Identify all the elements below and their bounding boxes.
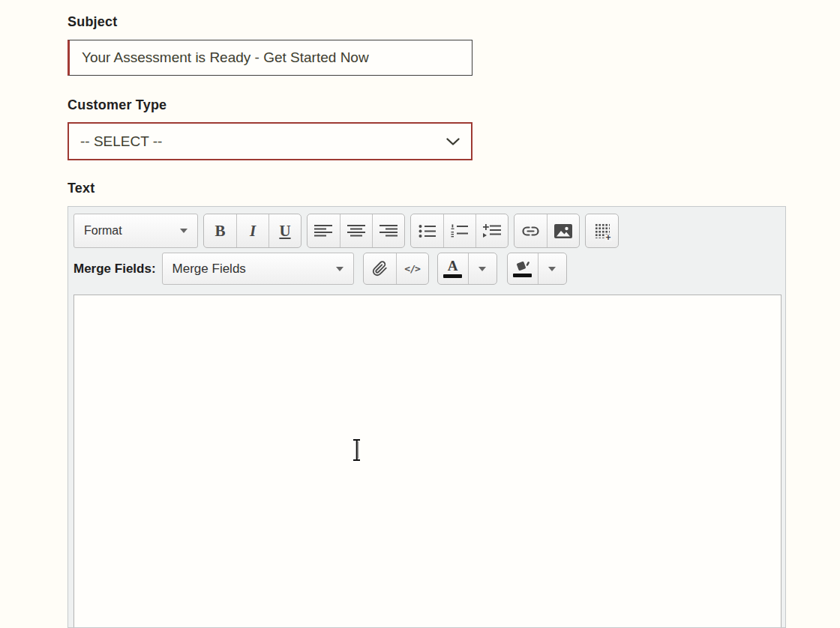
editor-content-area[interactable]: [74, 295, 782, 628]
dropdown-arrow-icon: [336, 267, 344, 271]
indent-button[interactable]: [476, 214, 508, 247]
customer-type-label: Customer Type: [68, 97, 166, 113]
text-color-button[interactable]: A: [438, 253, 468, 284]
bold-button[interactable]: B: [204, 214, 236, 247]
paperclip-icon: [372, 261, 388, 277]
background-color-group: [507, 253, 567, 285]
editor-toolbar-row2: Merge Fields: Merge Fields </> A: [74, 253, 567, 285]
text-color-arrow-button[interactable]: [468, 253, 496, 284]
link-icon: [520, 225, 541, 238]
numbered-list-icon: [451, 224, 469, 238]
list-group: [410, 214, 508, 248]
customer-type-select[interactable]: -- SELECT --: [68, 122, 472, 160]
format-dropdown[interactable]: Format: [74, 214, 198, 248]
align-center-button[interactable]: [340, 214, 372, 247]
indent-icon: [482, 224, 502, 238]
dropdown-arrow-icon: [180, 229, 188, 233]
merge-fields-dropdown-label: Merge Fields: [172, 262, 246, 277]
subject-label: Subject: [68, 14, 117, 30]
align-center-icon: [347, 224, 366, 238]
attachment-source-group: </>: [363, 253, 429, 285]
merge-fields-dropdown[interactable]: Merge Fields: [162, 253, 354, 285]
insert-table-icon: +: [595, 223, 610, 238]
bold-icon: B: [214, 222, 225, 241]
underline-button[interactable]: U: [268, 214, 301, 247]
background-color-arrow-button[interactable]: [538, 253, 566, 284]
format-dropdown-label: Format: [84, 224, 122, 238]
background-color-indicator: [513, 274, 532, 277]
source-code-button[interactable]: </>: [396, 253, 428, 284]
bulleted-list-icon: [418, 224, 436, 238]
customer-type-selected-value: -- SELECT --: [80, 133, 162, 150]
align-right-icon: [380, 224, 398, 238]
text-cursor-ibeam: [352, 439, 362, 465]
italic-icon: I: [250, 222, 256, 241]
align-right-button[interactable]: [372, 214, 404, 247]
underline-icon: U: [279, 222, 290, 241]
background-color-icon: [515, 261, 530, 272]
merge-fields-label: Merge Fields:: [74, 262, 156, 277]
bulleted-list-button[interactable]: [411, 214, 443, 247]
dropdown-arrow-icon: [548, 267, 556, 271]
rich-text-editor: Format B I U: [68, 206, 786, 628]
align-left-icon: [314, 224, 333, 238]
subject-input[interactable]: [68, 40, 472, 76]
image-icon: [554, 224, 572, 238]
insert-table-button[interactable]: +: [586, 214, 618, 247]
chevron-down-icon: [446, 133, 460, 150]
source-code-icon: </>: [404, 263, 419, 274]
alignment-group: [307, 214, 405, 248]
link-button[interactable]: [514, 214, 547, 247]
text-color-group: A: [437, 253, 497, 285]
attachment-button[interactable]: [364, 253, 396, 284]
editor-toolbar-row1: Format B I U: [74, 214, 619, 248]
text-color-icon: A: [448, 259, 458, 273]
background-color-button[interactable]: [508, 253, 538, 284]
text-style-group: B I U: [203, 214, 302, 248]
text-color-indicator: [443, 274, 462, 278]
insert-group: [514, 214, 580, 248]
align-left-button[interactable]: [308, 214, 340, 247]
italic-button[interactable]: I: [236, 214, 268, 247]
image-button[interactable]: [547, 214, 579, 247]
text-editor-label: Text: [68, 181, 94, 196]
numbered-list-button[interactable]: [443, 214, 476, 247]
dropdown-arrow-icon: [478, 267, 486, 271]
table-group: +: [585, 214, 619, 248]
